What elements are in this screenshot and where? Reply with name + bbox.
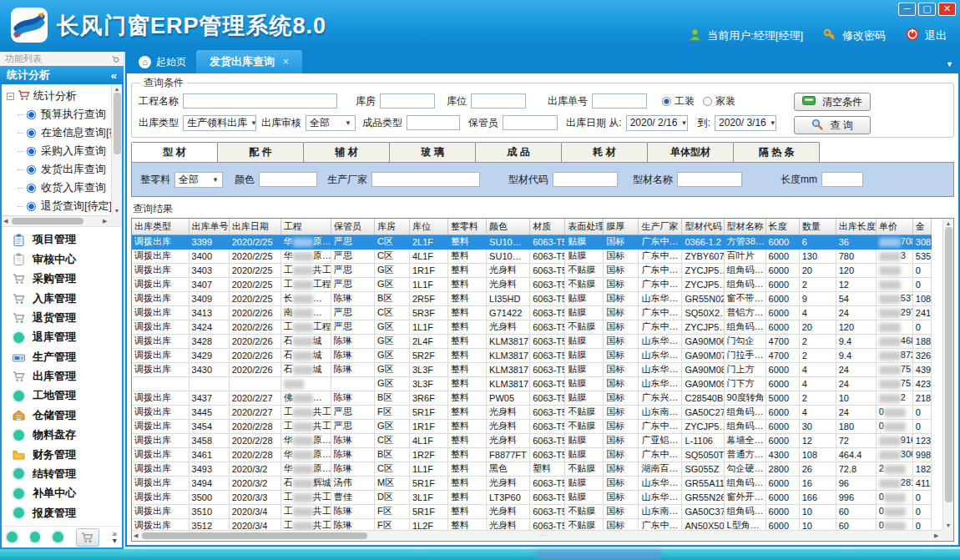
grid-vertical-scrollbar[interactable]: ▲ ▼ [942, 219, 953, 530]
column-header[interactable]: 库位 [409, 219, 447, 235]
material-tab-玻璃[interactable]: 玻 璃 [389, 142, 476, 162]
material-tab-型材[interactable]: 型 材 [131, 142, 218, 162]
project-name-input[interactable] [183, 93, 337, 108]
column-header[interactable]: 膜厚 [604, 219, 639, 235]
scroll-up-icon[interactable]: ▲ [114, 85, 120, 93]
column-header[interactable]: 库房 [374, 219, 409, 235]
table-row[interactable]: 调拨出库34612020/2/28华原…陈琳B区1R2F整料F8877FT606… [132, 447, 932, 462]
table-row[interactable]: 调拨出库34132020/2/26南…严思C区5R3F整料G714226063-… [132, 305, 932, 320]
sidebar-item-入库管理[interactable]: 入库管理 [12, 290, 120, 307]
sidebar-item-退库管理[interactable]: 退库管理 [12, 329, 120, 346]
profile-code-input[interactable] [553, 172, 618, 187]
scroll-down-icon[interactable]: ▼ [114, 207, 120, 214]
sidebar-item-财务管理[interactable]: 财务管理 [12, 446, 120, 463]
tree-item[interactable]: 发货出库查询 [7, 160, 109, 179]
sidebar-item-工地管理[interactable]: 工地管理 [12, 387, 120, 404]
column-header[interactable]: 生产厂家 [639, 219, 682, 235]
column-header[interactable]: 出库日期 [229, 219, 280, 235]
tree-root[interactable]: − 统计分析 [7, 87, 109, 105]
table-row[interactable]: 调拨出库34452020/2/27工共工程严思F区5R1F整料光身料6063-T… [132, 405, 932, 419]
tree-expander-icon[interactable]: − [7, 93, 14, 100]
table-row[interactable]: 调拨出库34302020/2/26石城陈琳G区3L3F整料KLM38176063… [132, 362, 932, 376]
tree-item[interactable]: 采购入库查询 [7, 142, 109, 160]
material-tab-配件[interactable]: 配 件 [217, 142, 304, 162]
table-row[interactable]: 调拨出库34092020/2/25长…陈琳B区2R5F整料LI35HD6063-… [132, 291, 932, 305]
overflow-chevron-icon[interactable]: »▾ [112, 531, 117, 544]
scroll-right-icon[interactable]: ▶ [103, 218, 109, 225]
column-header[interactable]: 表面处理 [565, 219, 604, 235]
table-row[interactable]: 调拨出库34372020/2/27佛…陈琳B区3R6F整料PW056063-T5… [132, 391, 932, 405]
sidebar-section-header[interactable]: 统计分析 « [0, 66, 124, 84]
column-header[interactable]: 型材代码 [682, 219, 724, 235]
scroll-left-icon[interactable]: ◀ [3, 218, 10, 225]
table-row[interactable]: 调拨出库34072020/2/25工工程严思G区1L1F整料光身料6063-T5… [132, 277, 932, 291]
out-type-select[interactable]: 生产领料出库▼ [183, 115, 256, 131]
clear-conditions-button[interactable]: 清空条件 [794, 93, 871, 111]
material-tab-隔热条[interactable]: 隔 热 条 [733, 142, 820, 162]
keeper-input[interactable] [503, 115, 558, 130]
table-row[interactable]: 调拨出库33992020/2/25华原…严思C区2L1F整料SU10…6063-… [132, 235, 932, 249]
tree-item[interactable]: 预算执行查询 [7, 105, 109, 124]
sidebar-item-出库管理[interactable]: 出库管理 [12, 368, 120, 385]
table-row[interactable]: 调拨出库35102020/3/4工共工程陈琳F区5R1F整料光身料6063-T5… [132, 504, 932, 518]
table-row[interactable]: 调拨出库34002020/2/25华原…严思C区4L1F整料SU10…6063-… [132, 249, 932, 263]
warehouse-input[interactable] [380, 93, 435, 108]
column-header[interactable]: 单价 [876, 219, 912, 235]
date-to-picker[interactable]: 2020/ 3/16▼ [715, 115, 776, 131]
column-header[interactable]: 材质 [530, 219, 565, 235]
column-header[interactable]: 型材名称 [724, 219, 765, 235]
table-row[interactable]: 调拨出库34932020/3/2华原…陈琳C区1L1F整料黑色塑料不贴膜国标湖南… [132, 462, 932, 476]
logout-link[interactable]: 退出 [925, 28, 947, 43]
pin-icon[interactable]: ⚲ [109, 53, 122, 65]
close-button[interactable]: ✕ [938, 3, 956, 16]
group-button-icon[interactable] [7, 532, 18, 542]
column-header[interactable]: 数量 [799, 219, 836, 235]
tab-close-icon[interactable]: × [283, 56, 289, 68]
table-row[interactable]: 调拨出库34942020/3/2石辉城汤伟M区5R1F整料光身料6063-T5贴… [132, 476, 932, 490]
group-button-icon[interactable] [30, 532, 41, 542]
column-header[interactable]: 工程 [280, 219, 331, 235]
material-tab-辅材[interactable]: 辅 材 [303, 142, 390, 162]
product-type-input[interactable] [407, 115, 460, 130]
tree-vertical-scrollbar[interactable]: ▲ ▼ [111, 84, 122, 215]
tab-shipping-outbound-query[interactable]: 发货出库查询 × [196, 50, 302, 73]
location-input[interactable] [471, 93, 526, 108]
column-header[interactable]: 金 [912, 219, 931, 235]
table-row[interactable]: 调拨出库34242020/2/26工工程严思G区1L1F整料光身料6063-T5… [132, 320, 932, 334]
tree-item[interactable]: 收货入库查询 [7, 179, 109, 197]
scroll-right-icon[interactable]: ▶ [934, 532, 941, 539]
column-header[interactable]: 保管员 [331, 219, 374, 235]
profile-name-input[interactable] [677, 172, 742, 187]
change-password-link[interactable]: 修改密码 [842, 28, 886, 43]
sidebar-item-补单中心[interactable]: 补单中心 [12, 485, 120, 502]
maximize-button[interactable]: ▢ [918, 3, 936, 16]
table-row[interactable]: G区3L3F整料KLM38176063-T5贴膜国标山东华…GA90M09.门下… [132, 376, 932, 391]
date-from-picker[interactable]: 2020/ 2/16▼ [626, 115, 688, 131]
audit-select[interactable]: 全部▼ [306, 115, 356, 131]
sidebar-item-报废管理[interactable]: 报废管理 [12, 505, 120, 522]
scroll-down-icon[interactable]: ▼ [946, 522, 952, 529]
search-button[interactable]: 查 询 [794, 116, 871, 134]
material-tab-单体型材[interactable]: 单体型材 [647, 142, 734, 162]
material-tab-成品[interactable]: 成 品 [475, 142, 562, 162]
sidebar-item-生产管理[interactable]: 生产管理 [12, 349, 120, 366]
whole-piece-select[interactable]: 全部▼ [174, 172, 223, 188]
column-header[interactable]: 出库单号 [189, 219, 229, 235]
color-input[interactable] [259, 172, 317, 187]
column-header[interactable]: 颜色 [487, 219, 530, 235]
collapse-icon[interactable]: « [111, 69, 117, 82]
tree-item[interactable]: 退货查询[待定] [7, 197, 109, 215]
tabstrip-chevron-icon[interactable]: ▼ [946, 60, 953, 68]
table-row[interactable]: 调拨出库35002020/3/3工共工程曹佳D区3L1F整料LT3P606063… [132, 490, 932, 504]
sidebar-item-退货管理[interactable]: 退货管理 [12, 310, 120, 326]
column-header[interactable]: 长度 [765, 219, 799, 235]
sidebar-item-审核中心[interactable]: 审核中心 [12, 251, 120, 268]
column-header[interactable]: 出库类型 [132, 219, 189, 235]
column-header[interactable]: 出库长度 [836, 219, 876, 235]
sidebar-item-仓储管理[interactable]: 仓储管理 [12, 407, 120, 424]
tree-item[interactable]: 在途信息查询[待 [7, 124, 109, 142]
cart-toolbar-button[interactable] [76, 528, 100, 547]
scroll-left-icon[interactable]: ◀ [134, 532, 140, 539]
radio-jiazhuang[interactable]: 家装 [703, 94, 735, 108]
minimize-button[interactable]: ─ [898, 3, 916, 16]
